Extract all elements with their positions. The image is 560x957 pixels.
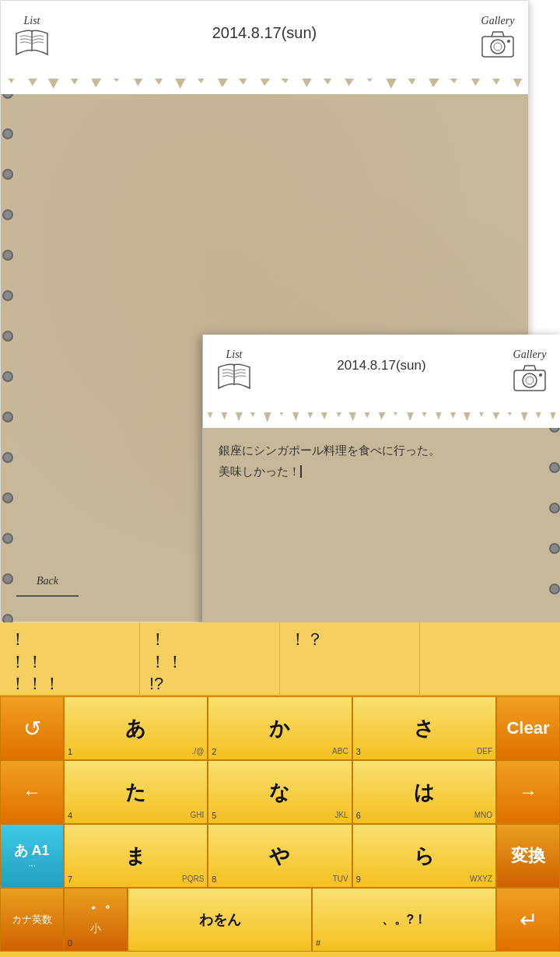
svg-point-8 [539, 373, 542, 377]
ya-sub: 8 TUV [212, 875, 348, 884]
ya-key[interactable]: や 8 TUV [208, 824, 352, 888]
nav-gallery[interactable]: Gallery [479, 15, 516, 58]
ha-key[interactable]: は 6 MNO [352, 760, 496, 824]
undo-key[interactable]: ↺ [0, 696, 64, 760]
keyboard-rows: ↺ あ 1 ./@ か 2 ABC さ 3 DEF [0, 696, 560, 952]
dakuten-sub: 0 [68, 938, 124, 948]
nav-back: List 2014.8.17(sun) Gallery [1, 9, 528, 71]
book-icon-front [215, 361, 254, 392]
suggest-text: !? [149, 673, 270, 696]
ka-key[interactable]: か 2 ABC [208, 696, 352, 760]
nav-list[interactable]: List [12, 15, 51, 58]
a-alpha: ./@ [192, 747, 205, 756]
ha-num: 6 [356, 811, 361, 820]
back-button[interactable]: Back [16, 575, 79, 597]
a-num: 1 [68, 747, 72, 756]
punct-key[interactable]: 、。?！ # [312, 888, 496, 952]
suggest-text: ！ [149, 629, 270, 651]
kb-row-1: ↺ あ 1 ./@ か 2 ABC さ 3 DEF [0, 696, 560, 760]
henkan-label: 変換 [511, 844, 545, 868]
suggest-cell-2[interactable]: ！？ [280, 622, 420, 703]
spiral-dot [549, 543, 560, 554]
clear-key[interactable]: Clear [496, 696, 560, 760]
nav-list-front[interactable]: List [215, 349, 254, 392]
punct-sub: # [316, 938, 492, 948]
camera-icon-front [511, 361, 548, 392]
diary-line2: 美味しかった！ [219, 461, 544, 482]
bottom-line [16, 595, 79, 597]
date-text-back: 2014.8.17(sun) [212, 24, 317, 41]
ra-char: ら [414, 846, 435, 866]
svg-point-3 [507, 40, 510, 43]
ra-sub: 9 WXYZ [356, 875, 492, 884]
dakuten-label: ゛゜ [82, 903, 110, 922]
ya-alpha: TUV [333, 875, 348, 884]
ha-sub: 6 MNO [356, 811, 492, 820]
suggest-text: ！！！ [9, 673, 130, 696]
ra-num: 9 [356, 875, 361, 884]
wa-key[interactable]: わをん [128, 888, 312, 952]
undo-icon: ↺ [23, 716, 41, 741]
right-key[interactable]: → [496, 760, 560, 824]
henkan-key[interactable]: 変換 [496, 824, 560, 888]
na-sub: 5 JKL [212, 811, 348, 820]
wa-char: わをん [199, 910, 241, 929]
a-key[interactable]: あ 1 ./@ [64, 696, 208, 760]
ra-key[interactable]: ら 9 WXYZ [352, 824, 496, 888]
na-key[interactable]: な 5 JKL [208, 760, 352, 824]
ka-sub: 2 ABC [212, 747, 348, 756]
keyboard: ！ ！！ ！！！ ！ ！！ !? ！？ ↺ あ 1 ./@ [0, 622, 560, 957]
ka-num: 2 [212, 747, 216, 756]
gallery-label: Gallery [481, 15, 515, 27]
spiral-dot [549, 462, 560, 473]
ha-alpha: MNO [474, 811, 492, 820]
input-mode-dots: ··· [28, 860, 36, 871]
kana-eisu-key[interactable]: カナ英数 [0, 888, 64, 952]
ma-alpha: PQRS [182, 875, 204, 884]
dakuten-num: 0 [68, 938, 72, 948]
suggest-cell-0[interactable]: ！ ！！ ！！！ [0, 622, 140, 703]
punct-char: 、。?！ [382, 912, 427, 928]
svg-point-6 [523, 373, 537, 387]
date-front: 2014.8.17(sun) [337, 358, 425, 373]
ra-alpha: WXYZ [470, 875, 492, 884]
nav-front: List 2014.8.17(sun) Gallery [203, 342, 560, 405]
kb-row-4: カナ英数 ゛゜ 小 0 わをん 、。?！ # ↵ [0, 888, 560, 952]
dakuten-key[interactable]: ゛゜ 小 0 [64, 888, 128, 952]
svg-point-1 [491, 40, 505, 54]
ta-sub: 4 GHI [68, 811, 204, 820]
sa-key[interactable]: さ 3 DEF [352, 696, 496, 760]
diary-line1: 銀座にシンガポール料理を食べに行った。 [219, 440, 544, 461]
diary-text-area[interactable]: 銀座にシンガポール料理を食べに行った。 美味しかった！ [219, 440, 544, 482]
nav-gallery-front[interactable]: Gallery [511, 349, 548, 392]
input-mode-key[interactable]: あ A1 ··· [0, 824, 64, 888]
back-label: Back [37, 575, 58, 587]
left-key[interactable]: ← [0, 760, 64, 824]
ka-char: か [269, 718, 290, 738]
ta-key[interactable]: た 4 GHI [64, 760, 208, 824]
svg-point-2 [494, 43, 502, 51]
enter-key[interactable]: ↵ [496, 888, 560, 952]
spiral-dot [549, 503, 560, 514]
sa-alpha: DEF [477, 747, 492, 756]
svg-point-7 [526, 377, 534, 384]
sa-num: 3 [356, 747, 361, 756]
enter-icon: ↵ [520, 907, 537, 933]
diary-line2-text: 美味しかった！ [219, 464, 300, 478]
ya-num: 8 [212, 875, 216, 884]
spiral-dot [549, 584, 560, 594]
na-num: 5 [212, 811, 216, 820]
ma-key[interactable]: ま 7 PQRS [64, 824, 208, 888]
date-text-front: 2014.8.17(sun) [337, 358, 425, 373]
suggest-cell-1[interactable]: ！ ！！ !? [140, 622, 280, 703]
right-arrow-icon: → [519, 781, 537, 803]
camera-icon [479, 27, 516, 58]
kana-eisu-label: カナ英数 [12, 913, 52, 927]
suggest-cell-3 [420, 622, 560, 703]
ta-alpha: GHI [191, 811, 205, 820]
ya-char: や [269, 846, 290, 866]
date-back: 2014.8.17(sun) [212, 24, 317, 42]
na-char: な [269, 782, 290, 802]
sa-sub: 3 DEF [356, 747, 492, 756]
kb-row-3: あ A1 ··· ま 7 PQRS や 8 TUV ら [0, 824, 560, 888]
